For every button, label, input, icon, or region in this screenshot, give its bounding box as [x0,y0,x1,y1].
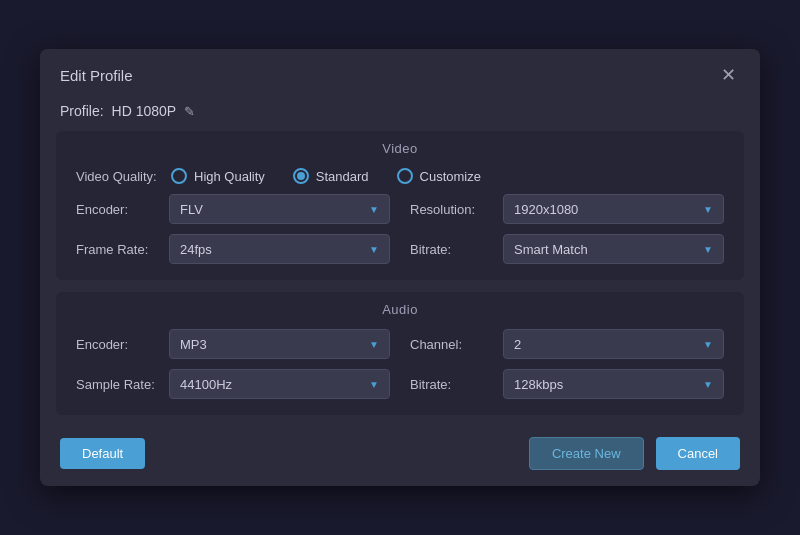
sample-rate-field: Sample Rate: 44100Hz ▼ [76,369,390,399]
audio-bitrate-field: Bitrate: 128kbps ▼ [410,369,724,399]
audio-encoder-value: MP3 [180,337,207,352]
profile-value: HD 1080P [112,103,177,119]
radio-label-customize: Customize [420,169,481,184]
resolution-dropdown[interactable]: 1920x1080 ▼ [503,194,724,224]
profile-row: Profile: HD 1080P ✎ [40,97,760,131]
audio-section: Audio Encoder: MP3 ▼ Channel: 2 ▼ Sample… [56,292,744,415]
encoder-dropdown[interactable]: FLV ▼ [169,194,390,224]
edit-icon[interactable]: ✎ [184,104,195,119]
audio-bitrate-value: 128kbps [514,377,563,392]
video-quality-label: Video Quality: [76,169,171,184]
frame-rate-dropdown-arrow: ▼ [369,244,379,255]
frame-rate-label: Frame Rate: [76,242,161,257]
close-button[interactable]: ✕ [716,63,740,87]
channel-label: Channel: [410,337,495,352]
resolution-field: Resolution: 1920x1080 ▼ [410,194,724,224]
video-section: Video Video Quality: High Quality Standa… [56,131,744,280]
video-quality-row: Video Quality: High Quality Standard Cus… [76,168,724,184]
audio-bitrate-dropdown-arrow: ▼ [703,379,713,390]
resolution-label: Resolution: [410,202,495,217]
frame-rate-value: 24fps [180,242,212,257]
encoder-label: Encoder: [76,202,161,217]
radio-high-quality[interactable]: High Quality [171,168,265,184]
audio-fields-grid: Encoder: MP3 ▼ Channel: 2 ▼ Sample Rate:… [76,329,724,399]
audio-encoder-label: Encoder: [76,337,161,352]
create-new-button[interactable]: Create New [529,437,644,470]
sample-rate-label: Sample Rate: [76,377,161,392]
audio-section-title: Audio [76,302,724,317]
video-bitrate-field: Bitrate: Smart Match ▼ [410,234,724,264]
video-bitrate-dropdown[interactable]: Smart Match ▼ [503,234,724,264]
channel-dropdown-arrow: ▼ [703,339,713,350]
video-bitrate-dropdown-arrow: ▼ [703,244,713,255]
footer: Default Create New Cancel [40,427,760,486]
radio-label-high: High Quality [194,169,265,184]
channel-field: Channel: 2 ▼ [410,329,724,359]
sample-rate-dropdown-arrow: ▼ [369,379,379,390]
edit-profile-dialog: Edit Profile ✕ Profile: HD 1080P ✎ Video… [40,49,760,486]
default-button[interactable]: Default [60,438,145,469]
frame-rate-dropdown[interactable]: 24fps ▼ [169,234,390,264]
video-quality-radio-group: High Quality Standard Customize [171,168,724,184]
cancel-button[interactable]: Cancel [656,437,740,470]
resolution-value: 1920x1080 [514,202,578,217]
frame-rate-field: Frame Rate: 24fps ▼ [76,234,390,264]
video-bitrate-label: Bitrate: [410,242,495,257]
title-bar: Edit Profile ✕ [40,49,760,97]
video-fields-grid: Encoder: FLV ▼ Resolution: 1920x1080 ▼ F… [76,194,724,264]
profile-label: Profile: [60,103,104,119]
channel-dropdown[interactable]: 2 ▼ [503,329,724,359]
radio-customize[interactable]: Customize [397,168,481,184]
radio-label-standard: Standard [316,169,369,184]
radio-circle-customize [397,168,413,184]
audio-bitrate-dropdown[interactable]: 128kbps ▼ [503,369,724,399]
audio-encoder-dropdown[interactable]: MP3 ▼ [169,329,390,359]
radio-standard[interactable]: Standard [293,168,369,184]
audio-encoder-field: Encoder: MP3 ▼ [76,329,390,359]
sample-rate-value: 44100Hz [180,377,232,392]
audio-bitrate-label: Bitrate: [410,377,495,392]
audio-encoder-dropdown-arrow: ▼ [369,339,379,350]
sample-rate-dropdown[interactable]: 44100Hz ▼ [169,369,390,399]
resolution-dropdown-arrow: ▼ [703,204,713,215]
video-section-title: Video [76,141,724,156]
encoder-dropdown-arrow: ▼ [369,204,379,215]
dialog-title: Edit Profile [60,67,133,84]
channel-value: 2 [514,337,521,352]
radio-circle-high [171,168,187,184]
video-bitrate-value: Smart Match [514,242,588,257]
footer-right-buttons: Create New Cancel [529,437,740,470]
encoder-field: Encoder: FLV ▼ [76,194,390,224]
radio-circle-standard [293,168,309,184]
encoder-value: FLV [180,202,203,217]
